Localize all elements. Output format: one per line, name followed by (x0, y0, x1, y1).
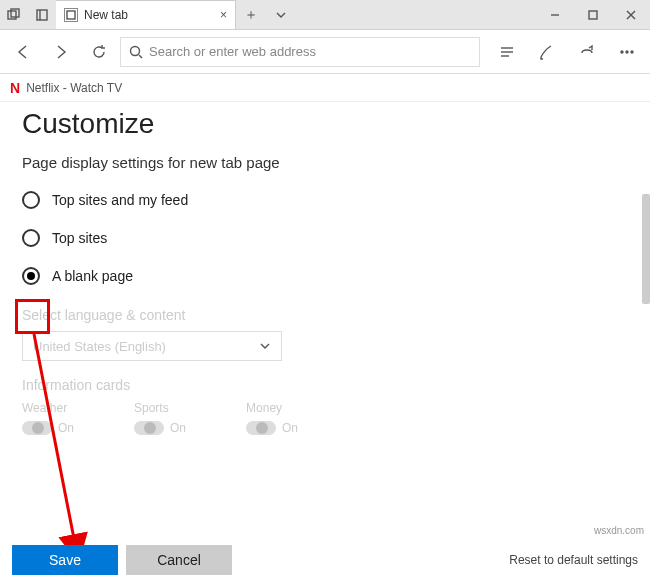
cards-section-title: Information cards (22, 377, 628, 393)
option-top-sites-feed[interactable]: Top sites and my feed (22, 185, 628, 215)
language-section-title: Select language & content (22, 307, 628, 323)
section-subheading: Page display settings for new tab page (22, 154, 628, 171)
tab-preview-icon[interactable] (0, 0, 28, 29)
svg-rect-2 (37, 10, 47, 20)
bookmark-favicon-icon: N (10, 80, 20, 96)
browser-tab[interactable]: New tab × (56, 0, 236, 29)
radio-label: Top sites (52, 230, 107, 246)
language-select: United States (English) (22, 331, 282, 361)
save-button[interactable]: Save (12, 545, 118, 575)
svg-point-14 (621, 51, 623, 53)
share-icon[interactable] (570, 35, 604, 69)
card-weather-label: Weather (22, 401, 74, 415)
radio-icon[interactable] (22, 267, 40, 285)
window-maximize-button[interactable] (574, 0, 612, 29)
action-bar: Save Cancel Reset to default settings (0, 538, 650, 582)
toggle-state: On (170, 421, 186, 435)
language-value: United States (English) (33, 339, 166, 354)
window-close-button[interactable] (612, 0, 650, 29)
chevron-down-icon (259, 340, 271, 352)
page-heading: Customize (22, 108, 628, 140)
weather-toggle (22, 421, 52, 435)
money-toggle (246, 421, 276, 435)
tab-title: New tab (84, 8, 214, 22)
set-aside-tabs-icon[interactable] (28, 0, 56, 29)
tabs-dropdown-icon[interactable] (266, 0, 296, 29)
option-blank-page[interactable]: A blank page (22, 261, 628, 291)
svg-point-16 (631, 51, 633, 53)
watermark-text: wsxdn.com (594, 525, 644, 536)
nav-toolbar: Search or enter web address (0, 30, 650, 74)
window-minimize-button[interactable] (536, 0, 574, 29)
radio-icon[interactable] (22, 191, 40, 209)
notes-icon[interactable] (530, 35, 564, 69)
scrollbar-thumb[interactable] (642, 194, 650, 304)
svg-rect-4 (67, 11, 75, 19)
tab-close-button[interactable]: × (220, 8, 227, 22)
svg-rect-0 (8, 11, 16, 19)
sports-toggle (134, 421, 164, 435)
back-button[interactable] (6, 35, 40, 69)
address-bar[interactable]: Search or enter web address (120, 37, 480, 67)
svg-line-10 (139, 55, 142, 58)
new-tab-button[interactable]: ＋ (236, 0, 266, 29)
svg-point-15 (626, 51, 628, 53)
reading-list-icon[interactable] (490, 35, 524, 69)
bookmark-label[interactable]: Netflix - Watch TV (26, 81, 122, 95)
option-top-sites[interactable]: Top sites (22, 223, 628, 253)
window-titlebar: New tab × ＋ (0, 0, 650, 30)
toggle-state: On (282, 421, 298, 435)
toggle-state: On (58, 421, 74, 435)
svg-point-9 (131, 46, 140, 55)
favorites-bar: N Netflix - Watch TV (0, 74, 650, 102)
more-icon[interactable] (610, 35, 644, 69)
card-sports-label: Sports (134, 401, 186, 415)
svg-rect-1 (11, 9, 19, 17)
tab-favicon-icon (64, 8, 78, 22)
page-content: N Netflix - Watch TV Customize Page disp… (0, 74, 650, 582)
radio-label: Top sites and my feed (52, 192, 188, 208)
cancel-button[interactable]: Cancel (126, 545, 232, 575)
forward-button[interactable] (44, 35, 78, 69)
reset-defaults-link[interactable]: Reset to default settings (509, 553, 638, 567)
radio-label: A blank page (52, 268, 133, 284)
svg-rect-6 (589, 11, 597, 19)
search-icon (129, 45, 143, 59)
card-money-label: Money (246, 401, 298, 415)
refresh-button[interactable] (82, 35, 116, 69)
address-placeholder: Search or enter web address (149, 44, 316, 59)
radio-icon[interactable] (22, 229, 40, 247)
